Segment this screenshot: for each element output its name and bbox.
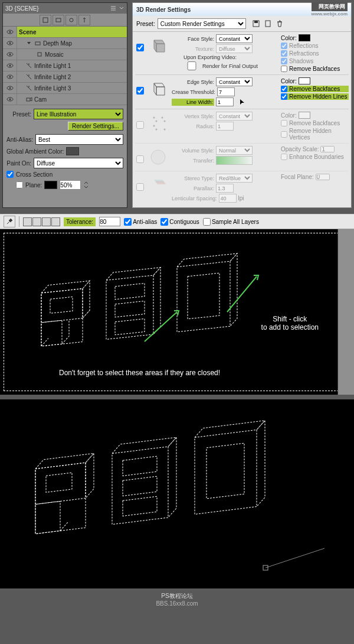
visibility-toggle[interactable]	[3, 71, 17, 83]
edge-preview	[147, 77, 169, 100]
visibility-toggle[interactable]	[3, 83, 17, 94]
remove-backfaces-checkbox[interactable]	[281, 66, 287, 72]
layer-icon	[34, 40, 41, 47]
dialog-titlebar[interactable]: 3D Render Settings 网页教学网 www.webjx.com	[133, 3, 351, 16]
scene-item-label: Mosaic	[45, 51, 64, 58]
scene-root-row[interactable]: Scene	[3, 27, 127, 38]
edge-enable-checkbox[interactable]	[136, 87, 144, 95]
svg-rect-34	[50, 297, 73, 313]
panel-header[interactable]: 3D {SCENE}	[3, 3, 127, 14]
scene-item[interactable]: Infinite Light 3	[3, 83, 127, 94]
selection-mode-buttons[interactable]	[23, 217, 60, 226]
visibility-toggle[interactable]	[3, 38, 17, 49]
new-icon[interactable]	[264, 19, 272, 28]
render-preset-label: Preset:	[136, 21, 155, 27]
svg-point-26	[156, 121, 158, 122]
edge-remove-hl-checkbox[interactable]	[281, 93, 287, 100]
light-icon	[25, 62, 32, 69]
visibility-toggle[interactable]	[3, 27, 17, 38]
painton-label: Paint On:	[6, 160, 31, 167]
svg-rect-19	[27, 98, 30, 101]
render-final-checkbox[interactable]	[183, 61, 201, 70]
toolbar-icon-2[interactable]	[53, 15, 64, 25]
antialias-select[interactable]: Best	[35, 134, 123, 145]
edge-style-label: Edge Style:	[172, 79, 214, 85]
stereo-enable-checkbox[interactable]	[136, 183, 144, 191]
svg-rect-45	[112, 447, 168, 525]
volume-group: Volume Style:Normal Transfer: Opacity Sc…	[135, 146, 349, 171]
svg-rect-7	[35, 42, 40, 45]
svg-point-16	[9, 87, 11, 89]
trash-icon[interactable]	[276, 19, 284, 28]
visibility-toggle[interactable]	[3, 49, 17, 60]
scene-item[interactable]: Infinite Light 1	[3, 60, 127, 71]
plane-checkbox[interactable]	[16, 181, 23, 188]
svg-rect-0	[43, 18, 48, 22]
chevron-icon[interactable]	[119, 5, 124, 11]
scene-item[interactable]: Cam	[3, 94, 127, 105]
svg-rect-33	[41, 320, 62, 346]
cross-section-label: Cross Section	[16, 171, 53, 178]
plane-value-input[interactable]	[60, 180, 81, 190]
scene-root-label: Scene	[19, 29, 36, 35]
visibility-toggle[interactable]	[3, 60, 17, 71]
sample-all-checkbox[interactable]	[203, 218, 211, 226]
vertex-enable-checkbox[interactable]	[136, 121, 144, 129]
edge-remove-bf-checkbox[interactable]	[281, 86, 287, 92]
scene-item-label: Infinite Light 2	[34, 74, 71, 80]
preset-select[interactable]: Line Illustration	[34, 109, 123, 119]
toolbar-icon-1[interactable]	[40, 15, 51, 25]
stereo-preview	[147, 174, 169, 196]
svg-point-9	[9, 54, 11, 56]
toolbar-icon-3[interactable]	[65, 15, 77, 25]
svg-rect-42	[35, 463, 86, 504]
crease-input[interactable]	[217, 87, 235, 96]
annotation-arrow	[224, 271, 266, 318]
antialias-checkbox[interactable]	[124, 218, 132, 226]
volume-enable-checkbox[interactable]	[136, 155, 144, 163]
footer-line1: PS教程论坛	[4, 592, 350, 600]
contiguous-checkbox[interactable]	[160, 218, 168, 226]
light-icon	[25, 73, 32, 80]
toolbar-icon-4[interactable]	[78, 15, 90, 25]
global-ambient-swatch[interactable]	[66, 147, 79, 155]
render-preset-select[interactable]: Custom Render Settings	[158, 18, 246, 29]
canvas-mid[interactable]: Shift - click to add to selection Don't …	[0, 229, 354, 395]
linewidth-input[interactable]	[216, 97, 234, 106]
scene-item[interactable]: Depth Map	[3, 38, 127, 49]
global-ambient-label: Global Ambient Color:	[6, 148, 64, 155]
refractions-checkbox	[281, 50, 287, 57]
scene-item[interactable]: Mosaic	[3, 49, 127, 60]
save-icon[interactable]	[252, 19, 260, 28]
face-enable-checkbox[interactable]	[136, 44, 144, 51]
render-settings-button[interactable]: Render Settings...	[68, 122, 123, 131]
svg-rect-46	[123, 456, 157, 476]
tolerance-input[interactable]	[99, 217, 120, 226]
box-icon	[36, 51, 43, 58]
menu-icon[interactable]	[110, 5, 116, 11]
svg-point-18	[9, 99, 11, 100]
svg-point-29	[164, 129, 166, 131]
svg-point-14	[9, 76, 11, 78]
svg-point-30	[151, 150, 165, 164]
canvas-bottom[interactable]	[0, 399, 354, 588]
svg-rect-31	[41, 289, 83, 346]
svg-point-6	[9, 43, 11, 44]
footer-line2: BBS.16xx8.com	[4, 600, 350, 607]
svg-point-12	[9, 65, 11, 67]
magic-wand-tool-icon[interactable]	[4, 216, 15, 227]
plane-swatch[interactable]	[44, 181, 57, 189]
stepper-icon[interactable]	[83, 181, 89, 189]
edge-style-select[interactable]: Constant	[216, 77, 253, 86]
cross-section-checkbox[interactable]	[6, 171, 14, 178]
vertex-preview	[147, 112, 169, 134]
face-color-swatch[interactable]	[299, 34, 310, 41]
face-style-select[interactable]: Constant	[216, 34, 253, 43]
path-line	[260, 541, 330, 577]
visibility-toggle[interactable]	[3, 94, 17, 105]
painton-select[interactable]: Diffuse	[34, 158, 123, 168]
svg-point-2	[70, 18, 73, 22]
svg-rect-38	[115, 319, 145, 335]
edge-color-swatch[interactable]	[299, 77, 310, 84]
scene-item[interactable]: Infinite Light 2	[3, 71, 127, 83]
